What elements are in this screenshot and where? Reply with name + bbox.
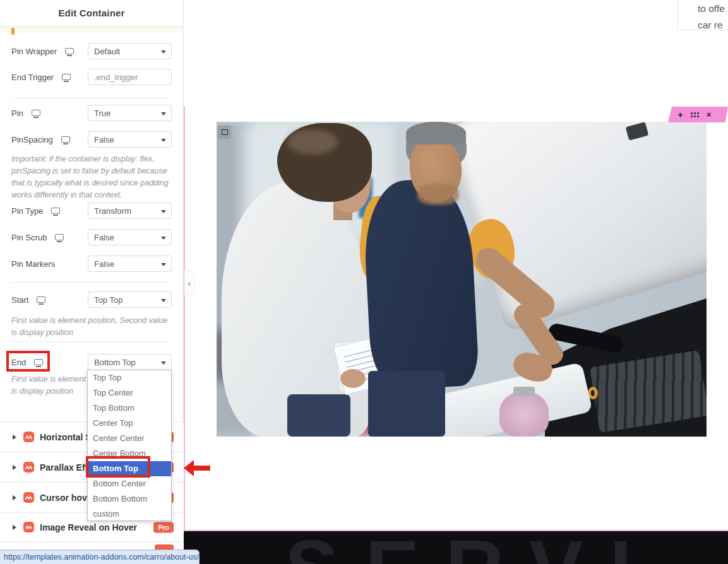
editor-panel: Edit Container Pin Wrapper Default End T… (0, 0, 184, 564)
responsive-monitor-icon[interactable] (55, 234, 64, 240)
field-start: Start Top Top (0, 291, 184, 308)
caret-right-icon (13, 465, 16, 470)
panel-title: Edit Container (0, 0, 183, 26)
dropdown-option[interactable]: Bottom Center (88, 476, 171, 491)
end-trigger-input[interactable]: .end_trigger (88, 69, 172, 85)
start-label: Start (11, 295, 28, 305)
select-value: Bottom Top (94, 358, 136, 367)
notice-strip (0, 27, 184, 35)
pin-label: Pin (11, 109, 23, 118)
dropdown-option[interactable]: custom (88, 507, 171, 522)
close-icon[interactable]: × (707, 110, 712, 119)
chevron-down-icon (161, 210, 166, 213)
divider (11, 341, 172, 342)
page-copy-text: to offe car re (698, 1, 728, 33)
start-note: First value is element position, Second … (11, 315, 174, 339)
caret-right-icon (13, 435, 16, 440)
responsive-monitor-icon[interactable] (37, 297, 45, 303)
select-value: False (94, 233, 114, 242)
page-copy-line: to offe (698, 1, 728, 17)
end-trigger-label: End Trigger (11, 73, 54, 82)
woman-hand (340, 369, 366, 388)
section-label: Parallax Effe (40, 462, 93, 473)
field-end-trigger: End Trigger .end_trigger (0, 69, 184, 85)
field-pin-type: Pin Type Transform (0, 203, 184, 219)
page-copy-line: car re (698, 17, 728, 33)
pinspacing-select[interactable]: False (88, 131, 172, 148)
dropdown-option[interactable]: Top Top (88, 370, 171, 385)
field-pinspacing: PinSpacing False (0, 131, 184, 148)
pin-markers-label: Pin Markers (11, 259, 55, 269)
container-handle: + × (661, 107, 728, 122)
add-container-icon[interactable]: + (677, 110, 683, 119)
addon-wave-icon (23, 432, 34, 442)
chevron-down-icon (161, 237, 166, 240)
responsive-monitor-icon[interactable] (65, 48, 74, 54)
mechanic-pants (368, 371, 445, 437)
responsive-monitor-icon[interactable] (62, 74, 71, 80)
layout-guide-line (677, 0, 678, 30)
dropdown-option[interactable]: Center Center (88, 431, 171, 446)
addon-wave-icon (23, 522, 34, 532)
panel-collapse-toggle[interactable]: ‹ (184, 271, 195, 296)
select-value: Top Top (94, 295, 122, 305)
widget-handle-icon (222, 129, 228, 135)
end-position-dropdown: Top Top Top Center Top Bottom Center Top… (87, 370, 172, 521)
chevron-down-icon (161, 361, 166, 365)
pin-wrapper-label: Pin Wrapper (11, 47, 57, 56)
addon-wave-icon (23, 462, 34, 473)
responsive-monitor-icon[interactable] (51, 208, 60, 214)
input-value: .end_trigger (94, 73, 138, 82)
field-pin-markers: Pin Markers False (0, 256, 184, 272)
responsive-monitor-icon[interactable] (32, 110, 40, 116)
select-value: False (94, 259, 114, 269)
field-pin: Pin True (0, 105, 184, 121)
field-pin-wrapper: Pin Wrapper Default (0, 43, 184, 59)
chevron-down-icon (161, 50, 166, 54)
start-select[interactable]: Top Top (88, 291, 172, 308)
pinspacing-label: PinSpacing (11, 135, 53, 144)
woman-jeans (287, 394, 350, 437)
selected-container-border-bottom (184, 530, 728, 531)
pin-markers-select[interactable]: False (88, 256, 172, 272)
hero-image-widget[interactable] (217, 122, 707, 437)
chevron-down-icon (161, 263, 166, 266)
woman-hair-highlight (287, 129, 338, 155)
reservoir-cap (513, 387, 535, 396)
annotation-arrow-icon (184, 460, 194, 476)
caret-right-icon (13, 525, 16, 530)
pro-badge: Pro (153, 522, 174, 532)
chevron-down-icon (161, 112, 166, 115)
chevron-down-icon (161, 299, 166, 302)
status-url: https://templates.animation-addons.com/c… (4, 553, 199, 561)
pin-scrub-select[interactable]: False (88, 229, 172, 245)
select-value: True (94, 109, 110, 118)
dropdown-option[interactable]: Top Bottom (88, 401, 171, 416)
pin-select[interactable]: True (88, 105, 172, 121)
divider (11, 282, 172, 283)
end-select[interactable]: Bottom Top (88, 354, 172, 370)
widget-edit-handle[interactable] (218, 126, 231, 139)
coolant-reservoir (499, 392, 549, 437)
select-value: Default (94, 47, 120, 56)
dropdown-option[interactable]: Top Center (88, 385, 171, 401)
mechanic-hair-top (406, 122, 466, 144)
annotation-rect-bottom-top (86, 456, 150, 478)
pin-type-select[interactable]: Transform (88, 203, 172, 219)
pin-wrapper-select[interactable]: Default (88, 43, 172, 59)
drag-handle-icon[interactable] (691, 112, 699, 117)
select-value: Transform (94, 206, 131, 216)
dropdown-option[interactable]: Bottom Bottom (88, 491, 171, 507)
select-value: False (94, 135, 114, 144)
chevron-down-icon (161, 139, 166, 142)
caret-right-icon (13, 495, 16, 500)
mechanic-stubble (417, 184, 459, 205)
field-pin-scrub: Pin Scrub False (0, 229, 184, 245)
dropdown-option[interactable]: Center Top (88, 416, 171, 431)
addon-wave-icon (23, 492, 34, 503)
browser-status-bar: https://templates.animation-addons.com/c… (0, 549, 200, 564)
responsive-monitor-icon[interactable] (61, 136, 70, 143)
pin-type-label: Pin Type (11, 206, 43, 216)
background-big-text: SERVI (285, 531, 659, 564)
annotation-arrow-shaft (193, 466, 210, 471)
